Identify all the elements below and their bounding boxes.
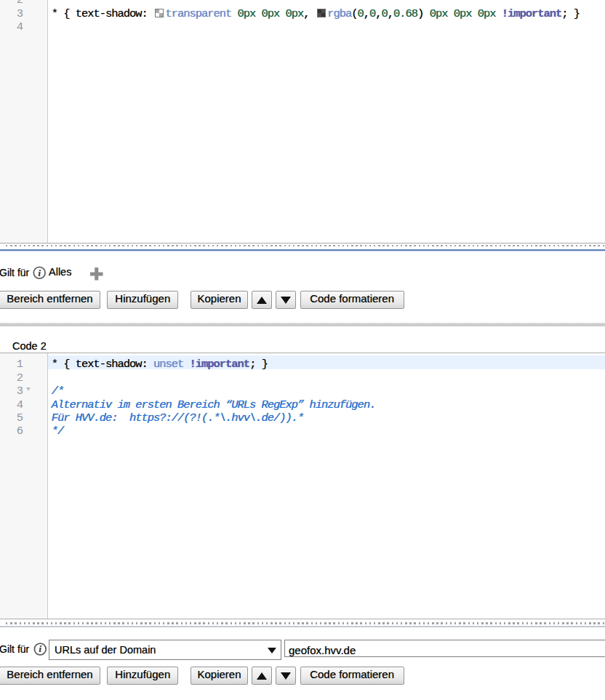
svg-text:i: i — [39, 644, 41, 654]
svg-text:i: i — [38, 268, 41, 278]
